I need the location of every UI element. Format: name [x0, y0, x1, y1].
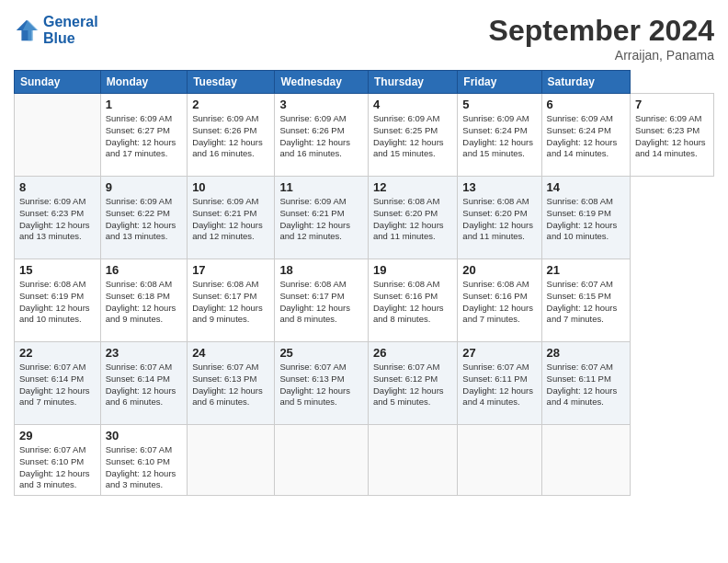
calendar-cell: 18Sunrise: 6:08 AMSunset: 6:17 PMDayligh…: [275, 259, 369, 342]
day-number: 8: [19, 180, 96, 194]
logo-text: General Blue: [43, 14, 98, 47]
day-info: Sunrise: 6:08 AMSunset: 6:19 PMDaylight:…: [547, 196, 625, 243]
calendar-cell: 1Sunrise: 6:09 AMSunset: 6:27 PMDaylight…: [100, 94, 187, 177]
day-number: 13: [462, 180, 536, 194]
calendar-cell: 11Sunrise: 6:09 AMSunset: 6:21 PMDayligh…: [275, 177, 369, 259]
calendar-cell: 14Sunrise: 6:08 AMSunset: 6:19 PMDayligh…: [541, 177, 630, 259]
day-info: Sunrise: 6:07 AMSunset: 6:15 PMDaylight:…: [547, 279, 625, 326]
calendar-cell: 22Sunrise: 6:07 AMSunset: 6:14 PMDayligh…: [15, 342, 101, 425]
day-info: Sunrise: 6:07 AMSunset: 6:10 PMDaylight:…: [19, 444, 96, 491]
day-info: Sunrise: 6:08 AMSunset: 6:16 PMDaylight:…: [373, 279, 452, 326]
day-number: 28: [547, 346, 625, 360]
header-cell-monday: Monday: [100, 71, 187, 94]
day-number: 25: [279, 346, 363, 360]
day-number: 26: [373, 346, 452, 360]
calendar-cell: [275, 425, 369, 496]
day-number: 21: [547, 263, 625, 277]
calendar-cell: 30Sunrise: 6:07 AMSunset: 6:10 PMDayligh…: [100, 425, 187, 496]
header: General Blue September 2024 Arraijan, Pa…: [14, 14, 714, 63]
day-number: 9: [106, 180, 182, 194]
day-number: 6: [547, 98, 625, 111]
header-cell-tuesday: Tuesday: [188, 71, 275, 94]
day-number: 1: [106, 98, 182, 111]
header-row: SundayMondayTuesdayWednesdayThursdayFrid…: [15, 71, 714, 94]
day-number: 20: [462, 263, 536, 277]
day-info: Sunrise: 6:07 AMSunset: 6:11 PMDaylight:…: [462, 362, 536, 408]
calendar-cell: 15Sunrise: 6:08 AMSunset: 6:19 PMDayligh…: [15, 259, 101, 342]
day-info: Sunrise: 6:07 AMSunset: 6:14 PMDaylight:…: [106, 362, 182, 408]
calendar-cell: 6Sunrise: 6:09 AMSunset: 6:24 PMDaylight…: [541, 94, 630, 177]
day-number: 29: [19, 429, 96, 442]
day-info: Sunrise: 6:07 AMSunset: 6:11 PMDaylight:…: [547, 362, 625, 408]
calendar-cell: 23Sunrise: 6:07 AMSunset: 6:14 PMDayligh…: [100, 342, 187, 425]
day-number: 12: [373, 180, 452, 194]
day-number: 19: [373, 263, 452, 277]
day-info: Sunrise: 6:07 AMSunset: 6:13 PMDaylight:…: [279, 362, 363, 408]
day-number: 17: [192, 263, 269, 277]
logo: General Blue: [14, 14, 98, 47]
calendar-header: SundayMondayTuesdayWednesdayThursdayFrid…: [15, 71, 714, 94]
calendar-cell: 20Sunrise: 6:08 AMSunset: 6:16 PMDayligh…: [458, 259, 541, 342]
header-cell-sunday: Sunday: [15, 71, 101, 94]
day-info: Sunrise: 6:08 AMSunset: 6:19 PMDaylight:…: [19, 279, 96, 326]
calendar-week-1: 1Sunrise: 6:09 AMSunset: 6:27 PMDaylight…: [15, 94, 714, 177]
logo-icon: [14, 17, 40, 43]
day-info: Sunrise: 6:08 AMSunset: 6:18 PMDaylight:…: [106, 279, 182, 326]
calendar-cell: 8Sunrise: 6:09 AMSunset: 6:23 PMDaylight…: [15, 177, 101, 259]
calendar-cell: 21Sunrise: 6:07 AMSunset: 6:15 PMDayligh…: [541, 259, 630, 342]
day-number: 14: [547, 180, 625, 194]
calendar-cell: 19Sunrise: 6:08 AMSunset: 6:16 PMDayligh…: [368, 259, 457, 342]
calendar-cell: 5Sunrise: 6:09 AMSunset: 6:24 PMDaylight…: [458, 94, 541, 177]
calendar-cell: 10Sunrise: 6:09 AMSunset: 6:21 PMDayligh…: [188, 177, 275, 259]
day-number: 2: [192, 98, 269, 111]
day-info: Sunrise: 6:09 AMSunset: 6:26 PMDaylight:…: [192, 113, 269, 160]
day-number: 16: [106, 263, 182, 277]
calendar-cell: 12Sunrise: 6:08 AMSunset: 6:20 PMDayligh…: [368, 177, 457, 259]
day-info: Sunrise: 6:09 AMSunset: 6:21 PMDaylight:…: [192, 196, 269, 243]
calendar-week-2: 8Sunrise: 6:09 AMSunset: 6:23 PMDaylight…: [15, 177, 714, 259]
header-cell-thursday: Thursday: [368, 71, 457, 94]
month-title: September 2024: [489, 14, 714, 48]
calendar-week-4: 22Sunrise: 6:07 AMSunset: 6:14 PMDayligh…: [15, 342, 714, 425]
title-block: September 2024 Arraijan, Panama: [489, 14, 714, 63]
day-info: Sunrise: 6:09 AMSunset: 6:24 PMDaylight:…: [462, 113, 536, 160]
day-number: 5: [462, 98, 536, 111]
day-number: 30: [106, 429, 182, 442]
calendar-cell: 9Sunrise: 6:09 AMSunset: 6:22 PMDaylight…: [100, 177, 187, 259]
day-info: Sunrise: 6:09 AMSunset: 6:22 PMDaylight:…: [106, 196, 182, 243]
day-number: 23: [106, 346, 182, 360]
day-number: 11: [279, 180, 363, 194]
day-number: 7: [635, 98, 709, 111]
calendar-cell: [541, 425, 630, 496]
calendar-cell: 4Sunrise: 6:09 AMSunset: 6:25 PMDaylight…: [368, 94, 457, 177]
calendar-cell: 24Sunrise: 6:07 AMSunset: 6:13 PMDayligh…: [188, 342, 275, 425]
header-cell-saturday: Saturday: [541, 71, 630, 94]
calendar-cell: 13Sunrise: 6:08 AMSunset: 6:20 PMDayligh…: [458, 177, 541, 259]
calendar-week-5: 29Sunrise: 6:07 AMSunset: 6:10 PMDayligh…: [15, 425, 714, 496]
day-number: 4: [373, 98, 452, 111]
day-info: Sunrise: 6:09 AMSunset: 6:26 PMDaylight:…: [279, 113, 363, 160]
calendar-cell: 17Sunrise: 6:08 AMSunset: 6:17 PMDayligh…: [188, 259, 275, 342]
calendar-cell: 2Sunrise: 6:09 AMSunset: 6:26 PMDaylight…: [188, 94, 275, 177]
day-number: 24: [192, 346, 269, 360]
day-info: Sunrise: 6:09 AMSunset: 6:23 PMDaylight:…: [635, 113, 709, 160]
day-info: Sunrise: 6:08 AMSunset: 6:16 PMDaylight:…: [462, 279, 536, 326]
calendar-cell: [188, 425, 275, 496]
day-number: 27: [462, 346, 536, 360]
day-info: Sunrise: 6:07 AMSunset: 6:14 PMDaylight:…: [19, 362, 96, 408]
day-info: Sunrise: 6:09 AMSunset: 6:27 PMDaylight:…: [106, 113, 182, 160]
location: Arraijan, Panama: [489, 48, 714, 63]
day-info: Sunrise: 6:07 AMSunset: 6:13 PMDaylight:…: [192, 362, 269, 408]
calendar-cell: 27Sunrise: 6:07 AMSunset: 6:11 PMDayligh…: [458, 342, 541, 425]
calendar-page: General Blue September 2024 Arraijan, Pa…: [0, 0, 728, 563]
day-info: Sunrise: 6:08 AMSunset: 6:20 PMDaylight:…: [373, 196, 452, 243]
day-info: Sunrise: 6:08 AMSunset: 6:17 PMDaylight:…: [192, 279, 269, 326]
calendar-cell: 28Sunrise: 6:07 AMSunset: 6:11 PMDayligh…: [541, 342, 630, 425]
calendar-table: SundayMondayTuesdayWednesdayThursdayFrid…: [14, 70, 714, 496]
header-cell-wednesday: Wednesday: [275, 71, 369, 94]
calendar-cell: [458, 425, 541, 496]
calendar-cell: [15, 94, 101, 177]
day-number: 18: [279, 263, 363, 277]
day-number: 3: [279, 98, 363, 111]
calendar-cell: 26Sunrise: 6:07 AMSunset: 6:12 PMDayligh…: [368, 342, 457, 425]
